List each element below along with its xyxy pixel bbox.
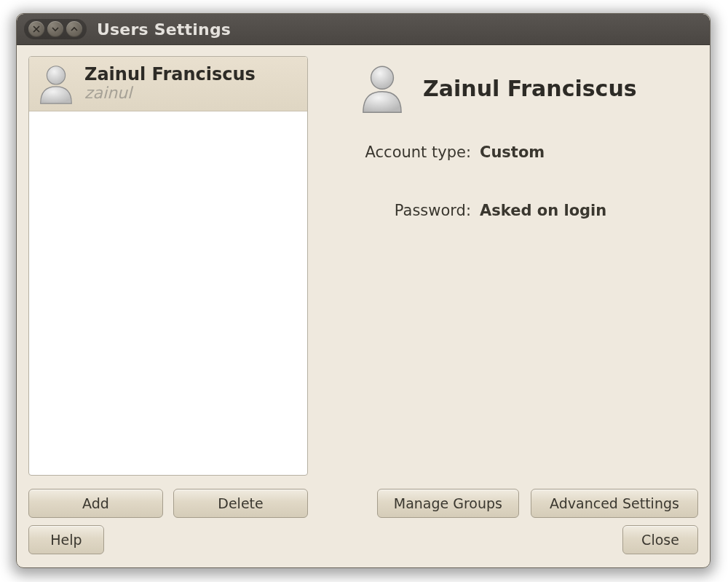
- account-type-value: Custom: [480, 143, 698, 161]
- user-detail-panel: Zainul Franciscus Account type: Custom P…: [325, 56, 698, 476]
- manage-groups-button[interactable]: Manage Groups: [377, 489, 519, 518]
- close-window-icon[interactable]: [28, 21, 44, 37]
- avatar-icon: [33, 61, 79, 106]
- titlebar: Users Settings: [17, 14, 710, 45]
- avatar-icon: [355, 60, 410, 116]
- svg-point-0: [47, 66, 65, 84]
- window-content: Zainul Franciscus zainul: [17, 44, 710, 567]
- password-label: Password:: [325, 202, 471, 219]
- help-button[interactable]: Help: [28, 525, 104, 554]
- advanced-settings-button[interactable]: Advanced Settings: [531, 489, 698, 518]
- user-username: zainul: [84, 84, 256, 102]
- minimize-window-icon[interactable]: [47, 21, 63, 37]
- delete-button[interactable]: Delete: [173, 489, 308, 518]
- maximize-window-icon[interactable]: [66, 21, 82, 37]
- user-fullname: Zainul Franciscus: [84, 66, 256, 84]
- password-value: Asked on login: [480, 202, 698, 219]
- user-list-column: Zainul Franciscus zainul: [28, 56, 308, 476]
- close-button[interactable]: Close: [622, 525, 698, 554]
- add-button[interactable]: Add: [28, 489, 163, 518]
- detail-fullname: Zainul Franciscus: [423, 76, 637, 101]
- svg-point-1: [371, 66, 394, 89]
- user-list-item[interactable]: Zainul Franciscus zainul: [29, 57, 307, 111]
- window-title: Users Settings: [97, 20, 231, 39]
- users-settings-window: Users Settings: [16, 13, 711, 568]
- window-controls: [24, 19, 87, 39]
- user-list: Zainul Franciscus zainul: [28, 56, 308, 476]
- account-type-label: Account type:: [325, 143, 471, 161]
